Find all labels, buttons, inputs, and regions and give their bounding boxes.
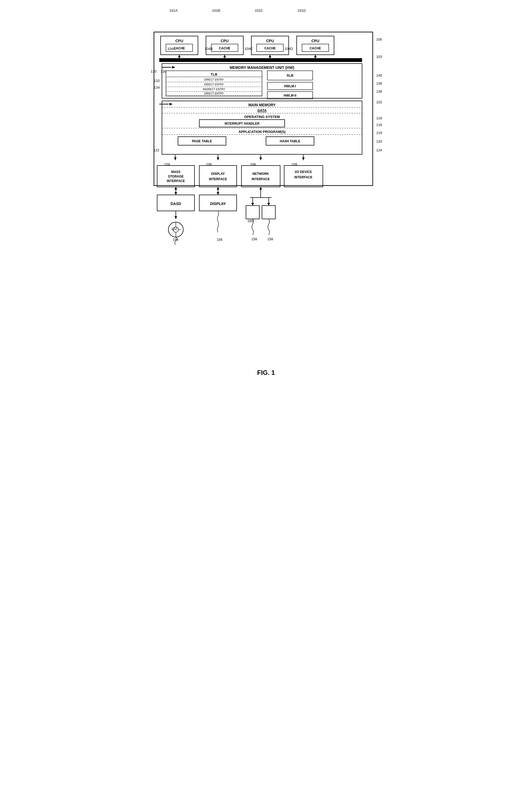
svg-text:SLB: SLB — [286, 74, 294, 77]
svg-text:DATA: DATA — [257, 108, 267, 112]
svg-text:DISPLAY: DISPLAY — [210, 201, 226, 206]
svg-marker-31 — [172, 66, 175, 69]
svg-rect-111 — [246, 206, 259, 219]
svg-marker-105 — [259, 187, 262, 190]
svg-marker-73 — [302, 158, 305, 160]
svg-text:CPU: CPU — [266, 39, 274, 43]
svg-text:MEMORY MANAGEMENT UNIT {HW}: MEMORY MANAGEMENT UNIT {HW} — [230, 65, 295, 70]
svg-marker-22 — [269, 55, 271, 58]
svg-marker-18 — [178, 55, 181, 58]
svg-text:DASD: DASD — [170, 201, 181, 206]
svg-marker-67 — [174, 158, 177, 160]
svg-text:TLB: TLB — [211, 72, 217, 76]
svg-text:CACHE: CACHE — [264, 46, 276, 50]
svg-text:CPU: CPU — [221, 39, 229, 43]
figure-label: FIG. 1 — [146, 369, 386, 376]
svg-rect-78 — [199, 165, 237, 187]
svg-text:APPLICATION PROGRAM(S): APPLICATION PROGRAM(S) — [238, 130, 285, 134]
svg-point-95 — [173, 227, 179, 232]
svg-marker-20 — [223, 55, 226, 58]
svg-text:HWLM-I: HWLM-I — [284, 84, 296, 88]
svg-text:STORAGE: STORAGE — [168, 175, 184, 178]
svg-marker-101 — [217, 192, 219, 195]
svg-marker-71 — [259, 158, 262, 160]
svg-text:INDIRECT ENTRY: INDIRECT ENTRY — [203, 88, 225, 91]
svg-rect-112 — [262, 206, 275, 219]
diagram-svg: CPU CACHE CPU CACHE CPU CACHE CPU CACHE — [146, 5, 386, 379]
svg-marker-110 — [267, 203, 270, 206]
svg-text:PAGE TABLE: PAGE TABLE — [192, 139, 212, 143]
svg-text:CPU: CPU — [175, 39, 183, 43]
svg-marker-69 — [217, 158, 219, 160]
svg-text:NETWORK: NETWORK — [252, 172, 269, 176]
svg-text:MASS: MASS — [171, 170, 181, 174]
svg-text:DIRECT ENTRY: DIRECT ENTRY — [204, 92, 224, 95]
svg-text:OPERATING SYSTEM: OPERATING SYSTEM — [244, 115, 280, 119]
svg-text:HASH TABLE: HASH TABLE — [280, 139, 300, 143]
svg-text:CACHE: CACHE — [174, 46, 185, 50]
svg-text:INTERFACE: INTERFACE — [209, 177, 227, 181]
svg-marker-88 — [174, 187, 177, 190]
svg-rect-81 — [242, 165, 280, 187]
svg-marker-93 — [174, 216, 177, 219]
svg-text:INTERFACE: INTERFACE — [252, 177, 270, 181]
svg-marker-24 — [314, 55, 317, 58]
svg-marker-50 — [169, 103, 172, 106]
svg-marker-100 — [217, 187, 219, 190]
svg-rect-25 — [159, 58, 362, 62]
svg-text:DIRECT ENTRY: DIRECT ENTRY — [204, 78, 224, 81]
svg-text:DIRECT ENTRY: DIRECT ENTRY — [204, 83, 224, 86]
svg-text:MAIN MEMORY: MAIN MEMORY — [248, 103, 276, 107]
svg-text:I/O DEVICE: I/O DEVICE — [295, 170, 312, 174]
svg-text:INTERFACE: INTERFACE — [294, 175, 312, 179]
svg-marker-89 — [174, 192, 177, 195]
svg-text:DISPLAY: DISPLAY — [211, 172, 225, 176]
svg-marker-108 — [251, 203, 254, 206]
svg-text:HWLM-II: HWLM-II — [284, 94, 296, 97]
svg-text:CACHE: CACHE — [219, 46, 231, 50]
svg-text:INTERFACE: INTERFACE — [167, 179, 185, 183]
svg-text:CPU: CPU — [311, 39, 319, 43]
svg-text:CACHE: CACHE — [310, 46, 321, 50]
svg-text:INTERRUPT HANDLER: INTERRUPT HANDLER — [225, 122, 260, 126]
